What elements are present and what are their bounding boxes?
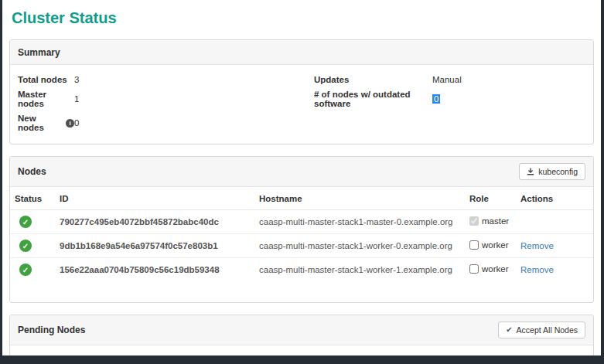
check-icon: ✔ — [506, 326, 512, 334]
node-hostname: caasp-multi-master-stack1-master-0.examp… — [254, 210, 465, 234]
nodes-panel: Nodes kubeconfig Status ID — [9, 156, 594, 303]
column-header-status: Status — [10, 187, 55, 210]
master-nodes-label: Master nodes — [18, 90, 74, 108]
node-id: 790277c495eb4072bbf45872babc40dc — [55, 210, 254, 234]
accept-all-nodes-button[interactable]: ✔ Accept All Nodes — [498, 321, 585, 338]
new-nodes-label: New nodes i — [18, 114, 74, 132]
pending-nodes-panel-header: Pending Nodes ✔ Accept All Nodes — [10, 315, 593, 345]
role-label: worker — [482, 240, 509, 250]
nodes-panel-title: Nodes — [18, 166, 46, 177]
node-hostname: caasp-multi-master-stack1-worker-1.examp… — [254, 258, 465, 282]
new-nodes-label-text: New nodes — [18, 114, 63, 132]
summary-row-outdated: # of nodes w/ outdated software 0 — [314, 90, 585, 108]
column-header-role: Role — [465, 187, 516, 210]
role-label: worker — [482, 264, 509, 274]
summary-body: Total nodes 3 Master nodes 1 New nodes i… — [10, 65, 593, 144]
status-ok-icon: ✓ — [19, 216, 32, 228]
pending-nodes-panel: Pending Nodes ✔ Accept All Nodes You cur… — [9, 315, 594, 355]
download-icon — [527, 168, 534, 175]
table-row: ✓ 9db1b168e9a54e6a97574f0c57e803b1 caasp… — [10, 234, 593, 258]
role-cell: worker — [469, 240, 509, 250]
column-header-actions: Actions — [516, 187, 593, 210]
role-checkbox[interactable] — [469, 264, 479, 274]
accept-all-nodes-button-label: Accept All Nodes — [517, 325, 578, 335]
nodes-table-container: Status ID Hostname Role Actions ✓ 790277… — [10, 187, 593, 302]
outdated-software-label: # of nodes w/ outdated software — [314, 90, 432, 108]
pending-nodes-panel-title: Pending Nodes — [18, 325, 85, 335]
remove-node-link[interactable]: Remove — [520, 265, 554, 274]
summary-panel-header: Summary — [10, 40, 593, 65]
actions-cell: Remove — [516, 234, 593, 258]
total-nodes-label: Total nodes — [18, 75, 74, 84]
actions-cell: Remove — [516, 258, 593, 282]
summary-row-master-nodes: Master nodes 1 — [18, 90, 314, 108]
kubeconfig-button[interactable]: kubeconfig — [519, 163, 585, 180]
role-cell: worker — [469, 264, 509, 274]
outdated-software-value: 0 — [432, 94, 440, 104]
table-row: ✓ 790277c495eb4072bbf45872babc40dc caasp… — [10, 210, 593, 234]
summary-row-new-nodes: New nodes i 0 — [18, 114, 314, 132]
node-hostname: caasp-multi-master-stack1-worker-0.examp… — [254, 234, 465, 258]
summary-row-total-nodes: Total nodes 3 — [18, 75, 314, 84]
updates-value: Manual — [432, 75, 462, 84]
summary-right-column: Updates Manual # of nodes w/ outdated so… — [314, 75, 585, 138]
remove-node-link[interactable]: Remove — [520, 241, 554, 250]
role-checkbox — [469, 216, 479, 226]
node-id: 9db1b168e9a54e6a97574f0c57e803b1 — [55, 234, 254, 258]
column-header-hostname: Hostname — [254, 187, 465, 210]
nodes-panel-header: Nodes kubeconfig — [10, 157, 593, 187]
summary-panel-title: Summary — [18, 47, 60, 58]
summary-row-updates: Updates Manual — [314, 75, 585, 84]
master-nodes-value: 1 — [74, 94, 79, 104]
info-icon: i — [66, 119, 74, 128]
new-nodes-value: 0 — [74, 118, 79, 128]
role-cell: master — [469, 216, 509, 226]
page-title: Cluster Status — [12, 9, 594, 27]
role-checkbox[interactable] — [469, 240, 479, 250]
table-row: ✓ 156e22aaa0704b75809c56c19db59348 caasp… — [10, 258, 593, 282]
nodes-table: Status ID Hostname Role Actions ✓ 790277… — [10, 187, 593, 281]
cluster-status-page: Cluster Status Summary Total nodes 3 Mas… — [2, 0, 601, 355]
actions-cell — [516, 210, 593, 234]
summary-left-column: Total nodes 3 Master nodes 1 New nodes i… — [18, 75, 314, 138]
nodes-table-header-row: Status ID Hostname Role Actions — [10, 187, 593, 210]
updates-label: Updates — [314, 75, 432, 84]
column-header-id: ID — [55, 187, 254, 210]
pending-nodes-message: You currently have no nodes to be accept… — [10, 345, 593, 355]
node-id: 156e22aaa0704b75809c56c19db59348 — [55, 258, 254, 282]
role-label: master — [482, 216, 509, 226]
kubeconfig-button-label: kubeconfig — [538, 167, 578, 176]
status-ok-icon: ✓ — [19, 264, 32, 276]
total-nodes-value: 3 — [74, 75, 79, 84]
summary-panel: Summary Total nodes 3 Master nodes 1 New… — [9, 39, 594, 145]
status-ok-icon: ✓ — [19, 240, 32, 252]
